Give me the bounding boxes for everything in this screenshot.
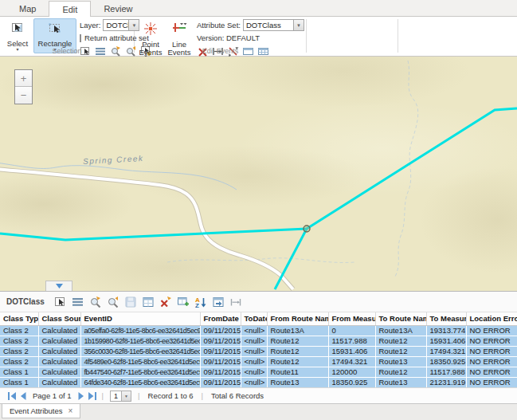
table-cell[interactable]: Route13A [375,325,426,336]
table-cell[interactable]: 17494.321 [426,346,466,356]
table-cell[interactable]: Calculated [38,377,80,387]
tab-review[interactable]: Review [91,2,145,16]
table-cell[interactable]: NO ERROR [466,377,517,387]
table-cell[interactable]: Calculated [38,325,80,336]
table-cell[interactable]: 09/11/2015 [200,346,241,356]
table-cell[interactable]: 120000 [328,367,375,377]
column-header[interactable]: To Route Name [375,312,426,325]
zoom-in-button[interactable]: + [15,70,32,87]
table-cell[interactable]: <null> [241,356,267,367]
table-row[interactable]: Class 1Calculated64fde340-62f8-11e5-8bc6… [0,377,517,387]
table-cell[interactable]: Route12 [267,346,328,356]
table-cell[interactable]: 4f5489e0-62f8-11e5-8bc6-ee32641d5ec9 [80,356,200,367]
table-cell[interactable]: 11517.988 [328,336,375,346]
attribute-window-icon[interactable] [142,296,155,308]
table-row[interactable]: Class 2Calculated4f5489e0-62f8-11e5-8bc6… [0,356,517,367]
close-icon[interactable]: × [69,407,73,415]
select-records-icon[interactable] [54,296,67,308]
column-header[interactable]: To Measure [426,312,466,325]
column-header[interactable]: ToDate [241,312,267,325]
table-cell[interactable]: Class 2 [0,346,38,356]
page-number-caret-icon[interactable]: ▼ [121,391,131,401]
table-cell[interactable]: 21231.919 [426,377,466,387]
column-header[interactable]: From Route Name [267,312,328,325]
table-cell[interactable]: Calculated [38,336,80,346]
column-header[interactable]: Class Type [0,312,38,325]
table-cell[interactable]: Route12 [267,336,328,346]
table-cell[interactable]: a05effa0-62f8-11e5-8bc6-ee32641d5ec9 [80,325,200,336]
sort-icon[interactable]: A Z [194,296,207,308]
table-cell[interactable]: 19313.774 [426,325,466,336]
zoom-out-button[interactable]: − [15,87,32,104]
table-row[interactable]: Class 2Calculated356c0030-62f8-11e5-8bc6… [0,346,517,356]
table-cell[interactable]: <null> [241,367,267,377]
add-record-icon[interactable] [177,296,190,308]
column-header[interactable]: FromDate [200,312,241,325]
menu-icon[interactable] [72,296,84,308]
map-canvas[interactable]: Spring Creek + − [0,57,517,291]
pan-to-record-icon[interactable] [107,296,119,308]
column-header[interactable]: Class Source [38,312,80,325]
table-row[interactable]: Class 2Calculated1b159980-62f8-11e5-8bc6… [0,336,517,346]
table-cell[interactable]: fb447540-62f7-11e5-8bc6-ee32641d5ec9 [80,367,200,377]
table-cell[interactable]: 18350.925 [328,377,375,387]
zoom-to-record-icon[interactable] [89,296,102,308]
table-cell[interactable]: 11517.988 [426,367,466,377]
save-icon[interactable] [124,296,137,308]
table-cell[interactable]: 18350.925 [426,356,466,367]
table-cell[interactable]: Route13 [267,377,328,387]
table-cell[interactable]: 09/11/2015 [200,325,241,336]
table-cell[interactable]: 15931.406 [426,336,466,346]
table-cell[interactable]: Class 1 [0,367,38,377]
table-cell[interactable]: Calculated [38,346,80,356]
table-cell[interactable]: 0 [328,325,375,336]
table-cell[interactable]: NO ERROR [466,325,517,336]
table-cell[interactable]: NO ERROR [466,367,517,377]
next-page-button[interactable] [76,391,87,402]
table-cell[interactable]: Route13A [267,325,328,336]
table-cell[interactable]: 15931.406 [328,346,375,356]
table-cell[interactable]: <null> [241,336,267,346]
table-cell[interactable]: Route12 [375,346,426,356]
table-cell[interactable]: NO ERROR [466,336,517,346]
table-cell[interactable]: Route13 [375,356,426,367]
table-cell[interactable]: <null> [241,346,267,356]
table-cell[interactable]: Route12 [267,356,328,367]
table-cell[interactable]: 356c0030-62f8-11e5-8bc6-ee32641d5ec9 [80,346,200,356]
column-header[interactable]: EventID [80,312,200,325]
return-attribute-set-checkbox[interactable] [80,34,81,42]
table-cell[interactable]: 09/11/2015 [200,377,241,387]
delete-record-icon[interactable] [159,296,172,308]
table-cell[interactable]: 09/11/2015 [200,336,241,346]
table-cell[interactable]: Class 2 [0,325,38,336]
panel-collapse-button[interactable] [45,281,72,291]
table-cell[interactable]: 64fde340-62f8-11e5-8bc6-ee32641d5ec9 [80,377,200,387]
table-cell[interactable]: Route12 [375,336,426,346]
table-cell[interactable]: NO ERROR [466,346,517,356]
table-cell[interactable]: Class 1 [0,377,38,387]
table-cell[interactable]: 09/11/2015 [200,356,241,367]
show-panel-icon[interactable] [212,296,225,308]
table-cell[interactable]: 17494.321 [328,356,375,367]
attribute-set-dropdown[interactable]: DOTClass ▼ [243,19,304,31]
column-header[interactable]: Location Error [466,312,517,325]
table-cell[interactable]: Class 2 [0,336,38,346]
table-cell[interactable]: Route11 [267,367,328,377]
tab-map[interactable]: Map [6,2,49,16]
first-page-button[interactable] [6,391,18,402]
attribute-set-dropdown-caret-icon[interactable]: ▼ [293,20,304,30]
page-number-selector[interactable]: 1 ▼ [110,391,131,402]
table-cell[interactable]: 09/11/2015 [200,367,241,377]
table-cell[interactable]: <null> [241,325,267,336]
table-cell[interactable]: <null> [241,377,267,387]
table-row[interactable]: Class 1Calculatedfb447540-62f7-11e5-8bc6… [0,367,517,377]
tab-event-attributes[interactable]: Event Attributes × [2,404,80,418]
table-cell[interactable]: Route13 [375,377,426,387]
measure-icon[interactable] [229,296,242,308]
table-cell[interactable]: Route12 [375,367,426,377]
table-cell[interactable]: 1b159980-62f8-11e5-8bc6-ee32641d5ec9 [80,336,200,346]
table-cell[interactable]: NO ERROR [466,356,517,367]
table-cell[interactable]: Class 2 [0,356,38,367]
tab-edit[interactable]: Edit [49,1,91,17]
table-row[interactable]: Class 2Calculateda05effa0-62f8-11e5-8bc6… [0,325,517,336]
